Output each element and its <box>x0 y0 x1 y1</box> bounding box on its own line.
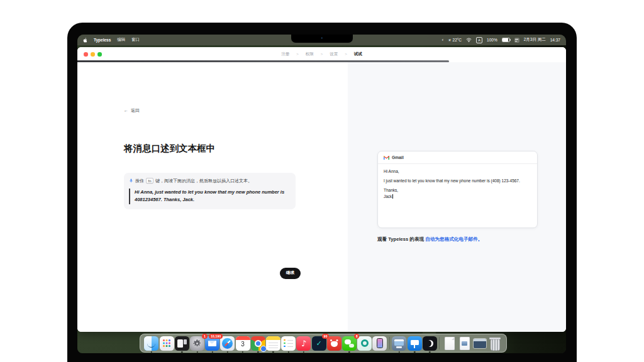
dock-navy-app[interactable]: 90 <box>312 336 326 351</box>
dock-iphone-mirroring[interactable] <box>372 336 387 351</box>
email-line: Hi Anna, <box>384 168 531 174</box>
dock-music[interactable] <box>296 336 311 351</box>
gmail-card-title: Gmail <box>392 155 404 160</box>
menubar-time[interactable]: 14:37 <box>550 38 560 42</box>
weather-item[interactable]: ☀ 22°C <box>448 38 462 42</box>
menu-extra-icon[interactable] <box>514 38 519 43</box>
window-tiles-icon <box>175 336 189 351</box>
dock-photo-thumbnail[interactable] <box>472 336 487 351</box>
wifi-icon[interactable] <box>466 38 472 42</box>
sun-icon: ☀ <box>448 38 451 42</box>
running-indicator <box>348 351 350 353</box>
menu-edit[interactable]: 编辑 <box>117 37 125 43</box>
running-indicator <box>399 351 400 353</box>
screen: Typeless 编辑 窗口 ‹ ☀ 22°C A 100% 2月3日 周二 1… <box>77 35 566 353</box>
display-notch <box>291 35 353 43</box>
typeless-window: 注册 > 权限 > 设置 > 试试 ← 返回 将消息口述到文本框中 <box>77 47 566 332</box>
menubar-app-name[interactable]: Typeless <box>94 38 111 42</box>
dock-calendar[interactable]: 3 <box>236 336 250 351</box>
progress-fill <box>77 60 449 62</box>
instruction-box: 按住 fn 键，阅读下面的消息，然后释放以插入口述文本。 Hi Anna, ju… <box>124 173 296 210</box>
back-label: 返回 <box>131 107 140 114</box>
image-file-icon <box>457 336 472 351</box>
dock-separator <box>439 337 440 349</box>
running-indicator <box>227 351 228 353</box>
gmail-card-header: Gmail <box>378 151 537 164</box>
caption-text: 观看 Typeless 的表现 <box>377 236 425 242</box>
running-indicator <box>242 351 243 353</box>
chevron-collapse-icon[interactable]: ‹ <box>441 37 443 43</box>
running-indicator <box>211 351 213 353</box>
dock-chrome[interactable] <box>251 336 265 351</box>
breadcrumb-separator: > <box>345 52 347 56</box>
left-panel: ← 返回 将消息口述到文本框中 按住 fn 键，阅读下面的消息，然后释放以插入口… <box>77 62 348 332</box>
back-arrow-icon: ← <box>124 108 128 112</box>
dock-wechat[interactable]: 8 <box>342 336 357 351</box>
dock-document-file[interactable] <box>442 336 457 351</box>
demo-caption: 观看 Typeless 的表现 自动为您格式化电子邮件。 <box>377 236 553 243</box>
dock-screenshot-app[interactable] <box>392 336 406 351</box>
email-line-last: Jack <box>384 194 531 199</box>
step-settings: 设置 <box>330 52 338 57</box>
email-line: I just wanted to let you know that my ne… <box>384 178 531 184</box>
menu-window[interactable]: 窗口 <box>131 37 140 43</box>
menubar-date[interactable]: 2月3日 周二 <box>524 37 546 43</box>
notes-icon <box>266 336 280 351</box>
temperature: 22°C <box>453 38 462 42</box>
notification-badge: 1 <box>202 334 207 339</box>
running-indicator <box>303 351 304 353</box>
document-file-icon <box>442 336 457 351</box>
email-body[interactable]: Hi Anna, I just wanted to let you know t… <box>378 164 537 204</box>
dock-mail[interactable]: 10,190 <box>205 336 219 351</box>
dock-image-file[interactable] <box>457 336 472 351</box>
dock-launchpad[interactable] <box>160 336 174 351</box>
dock-red-app[interactable] <box>327 336 341 351</box>
dock-notes[interactable] <box>266 336 280 351</box>
battery-icon[interactable] <box>502 38 510 43</box>
dock-keynote[interactable] <box>408 336 422 351</box>
breadcrumb: 注册 > 权限 > 设置 > 试试 <box>77 47 566 61</box>
reminders-icon <box>281 336 296 351</box>
dock-trash[interactable] <box>488 336 502 351</box>
running-indicator <box>287 351 289 353</box>
dock-finder[interactable] <box>144 336 158 351</box>
dock-system-settings[interactable]: 1 <box>190 336 204 351</box>
screenshot-window-icon <box>392 336 406 351</box>
breadcrumb-separator: > <box>296 52 299 56</box>
running-indicator <box>151 351 152 353</box>
back-button[interactable]: ← 返回 <box>124 107 140 114</box>
sample-message: Hi Anna, just wanted to let you know tha… <box>129 189 291 205</box>
step-permissions: 权限 <box>306 52 314 57</box>
gmail-preview-card: Gmail Hi Anna, I just wanted to let you … <box>377 151 538 228</box>
calendar-icon: 3 <box>236 336 250 351</box>
right-panel: Gmail Hi Anna, I just wanted to let you … <box>348 62 566 332</box>
running-indicator <box>181 351 182 353</box>
page-title: 将消息口述到文本框中 <box>124 143 215 155</box>
dock-safari[interactable] <box>220 336 235 351</box>
instruction-prefix: 按住 <box>135 178 144 184</box>
dark-crescent-icon <box>423 336 437 351</box>
input-source-icon[interactable]: A <box>476 37 482 43</box>
dock-teal-rings-app[interactable] <box>357 336 372 351</box>
caption-link[interactable]: 自动为您格式化电子邮件。 <box>425 236 482 242</box>
safari-compass-icon <box>220 336 235 351</box>
fn-keycap: fn <box>146 178 153 184</box>
running-indicator <box>257 351 258 353</box>
text-cursor <box>392 194 393 199</box>
red-app-icon <box>327 336 341 351</box>
dock-dark-d-app[interactable] <box>423 336 437 351</box>
photo-thumbnail-icon <box>472 336 487 351</box>
finder-icon <box>144 336 158 351</box>
notification-badge: 90 <box>322 334 329 339</box>
running-indicator <box>429 351 430 353</box>
continue-button[interactable]: 继续 <box>280 268 301 279</box>
teal-ring-icon <box>357 336 372 351</box>
apple-icon[interactable] <box>83 38 87 43</box>
dock-window-tiles-app[interactable] <box>175 336 189 351</box>
gmail-icon <box>384 155 389 160</box>
running-indicator <box>414 351 415 353</box>
running-indicator <box>196 351 197 353</box>
iphone-icon <box>372 336 387 351</box>
chrome-profile-badge <box>260 346 267 352</box>
dock-reminders[interactable] <box>281 336 296 351</box>
